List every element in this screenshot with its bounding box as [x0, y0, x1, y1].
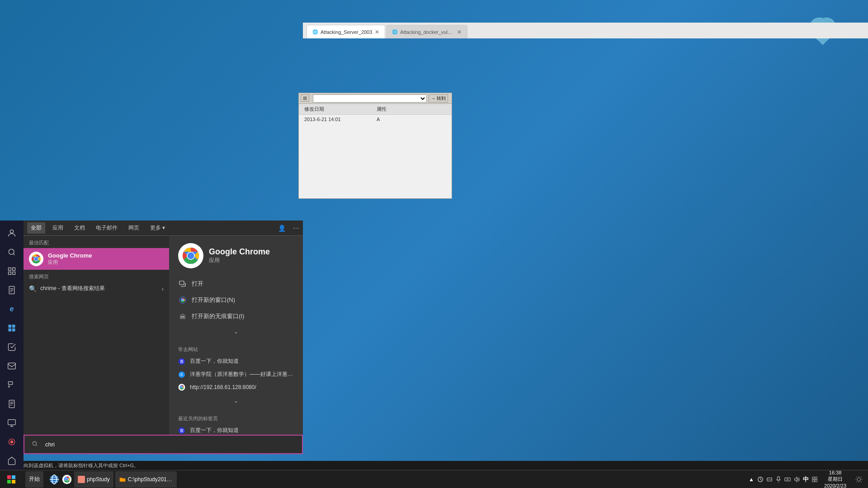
path-dropdown[interactable] [313, 94, 427, 103]
system-tray: ▲ [745, 475, 821, 483]
tab-label: Attacking_Server_2003 [321, 29, 372, 35]
tray-icon-sound[interactable] [793, 475, 801, 483]
taskbar-ie-icon[interactable] [48, 473, 61, 486]
svg-rect-43 [7, 475, 11, 479]
sidebar-icon-apps[interactable] [3, 262, 21, 280]
right-app-header: Google Chrome 应用 [169, 236, 303, 272]
tray-icon-grid[interactable] [811, 475, 819, 483]
sidebar-icon-mail[interactable] [3, 357, 21, 375]
taskbar-phpstudy[interactable]: phpStudy [74, 471, 113, 488]
svg-rect-8 [12, 325, 15, 328]
search-results-left: 最佳匹配 [24, 236, 169, 435]
frequent-site-yangcong[interactable]: 洋 洋葱学院（原洋葱数学）——好课上洋葱，学习更主动 [169, 368, 303, 381]
action-open[interactable]: 打开 [169, 276, 303, 292]
web-search-magnifier: 🔍 [29, 285, 37, 292]
web-search-item[interactable]: 🔍 chrime - 查看网络搜索结果 › [24, 282, 169, 295]
right-app-type: 应用 [209, 257, 270, 264]
sidebar-icon-record[interactable] [3, 433, 21, 451]
frequent-site-baidu[interactable]: 百 百度一下，你就知道 [169, 355, 303, 368]
tray-icon-1[interactable] [756, 475, 764, 483]
sidebar-icon-todo[interactable] [3, 395, 21, 413]
tab-attacking-server[interactable]: 🌐 Attacking_Server_2003 ✕ [307, 25, 385, 38]
incognito-icon [178, 312, 187, 321]
new-window-icon [178, 296, 187, 305]
sidebar-icon-user[interactable] [3, 224, 21, 242]
action-open-label: 打开 [192, 280, 203, 288]
nav-tab-email[interactable]: 电子邮件 [92, 222, 121, 234]
svg-rect-45 [7, 480, 11, 483]
nav-tab-all[interactable]: 全部 [27, 222, 45, 234]
nav-tab-web[interactable]: 网页 [125, 222, 143, 234]
tray-icon-network[interactable] [783, 475, 792, 483]
taskbar-chrome-icon[interactable] [61, 473, 73, 486]
frequent-site-local[interactable]: http://192.168.61.128:8080/ [169, 381, 303, 394]
action-incognito[interactable]: 打开新的无痕窗口(I) [169, 308, 303, 324]
tab-label2: Attacking_docker_vulhub [400, 29, 454, 35]
sidebar-icon-store[interactable] [3, 319, 21, 337]
nav-more[interactable]: 更多 ▾ [146, 222, 169, 234]
sidebar-icon-tasks[interactable] [3, 338, 21, 356]
chrome-icon-small [29, 252, 43, 266]
tab-attacking-docker[interactable]: 🌐 Attacking_docker_vulhub ✕ [386, 25, 467, 38]
svg-point-42 [33, 441, 36, 445]
more-sites-button[interactable]: ⌄ [231, 395, 241, 406]
nav-user-icon[interactable]: 👤 [278, 225, 286, 232]
svg-point-16 [10, 441, 14, 444]
best-match-item-chrome[interactable]: Google Chrome 应用 [24, 248, 169, 270]
collapse-button[interactable]: ⌄ [231, 326, 241, 337]
file-attr: A [373, 116, 383, 123]
tray-icon-2[interactable] [765, 475, 774, 483]
svg-point-20 [34, 257, 38, 261]
tab-close-button2[interactable]: ✕ [457, 29, 462, 35]
file-manager-window: ⊞ → 转到 修改日期 属性 2013-6-21 14:01 A [298, 93, 452, 199]
taskbar-folder[interactable]: C:\phpStudy2013\WWW [115, 471, 177, 488]
nav-tab-apps[interactable]: 应用 [49, 222, 67, 234]
col-attr: 属性 [373, 105, 390, 113]
sidebar-icon-store2[interactable] [3, 452, 21, 470]
start-button[interactable] [0, 470, 23, 488]
right-app-info: Google Chrome 应用 [209, 247, 270, 264]
tab-close-button[interactable]: ✕ [375, 29, 379, 35]
best-match-type: 应用 [48, 259, 92, 266]
nav-tab-docs[interactable]: 文档 [71, 222, 89, 234]
web-search-label: 搜索网页 [24, 270, 169, 282]
start-item-label: 开始 [29, 475, 40, 483]
file-table-header: 修改日期 属性 [299, 104, 452, 115]
baidu-tab-icon: 百 [178, 427, 185, 434]
search-input[interactable] [42, 439, 298, 450]
windows-logo-btn[interactable]: ⊞ [301, 94, 309, 102]
tray-up-arrow[interactable]: ▲ [747, 475, 755, 483]
svg-rect-58 [812, 477, 814, 479]
web-search-query: chrime - 查看网络搜索结果 [40, 285, 158, 292]
sidebar-icon-feedback[interactable] [3, 376, 21, 394]
browser-tabs: 🌐 Attacking_Server_2003 ✕ 🌐 Attacking_do… [303, 23, 868, 38]
taskbar-clock[interactable]: 16:38 星期日 2020/2/23 [821, 469, 850, 488]
frequent-sites-label: 常去网站 [169, 343, 303, 355]
svg-rect-25 [179, 281, 184, 285]
tray-icon-mic[interactable] [774, 475, 783, 483]
sidebar-icon-docs[interactable] [3, 281, 21, 299]
start-menu-main-panel: 全部 应用 文档 电子邮件 网页 更多 ▾ 👤 ⋯ 最佳匹配 [24, 221, 303, 470]
svg-text:百: 百 [180, 429, 184, 433]
go-button[interactable]: → 转到 [429, 94, 448, 103]
action-new-window[interactable]: 打开新的窗口(N) [169, 292, 303, 308]
clock-day: 星期日 [824, 476, 846, 482]
sidebar-icon-remote[interactable] [3, 414, 21, 432]
search-results-right: Google Chrome 应用 打开 [169, 236, 303, 435]
sidebar-icon-edge[interactable]: e [3, 300, 21, 318]
file-toolbar-content: ⊞ [301, 95, 309, 101]
nav-more-dots[interactable]: ⋯ [293, 225, 299, 232]
tab-favicon2: 🌐 [392, 29, 397, 34]
svg-point-24 [188, 253, 194, 259]
best-match-label: 最佳匹配 [24, 236, 169, 248]
sidebar-icon-search[interactable] [3, 243, 21, 261]
notification-area[interactable] [850, 475, 868, 483]
svg-rect-3 [13, 268, 15, 271]
taskbar-item-start[interactable]: 开始 [25, 471, 43, 488]
svg-rect-14 [8, 420, 16, 425]
desktop: 🌐 Attacking_Server_2003 ✕ 🌐 Attacking_do… [0, 0, 868, 488]
chrome-local-icon [178, 384, 185, 391]
svg-rect-56 [785, 478, 790, 481]
tray-icon-ime[interactable]: 中 [802, 475, 810, 483]
svg-point-1 [9, 249, 14, 254]
